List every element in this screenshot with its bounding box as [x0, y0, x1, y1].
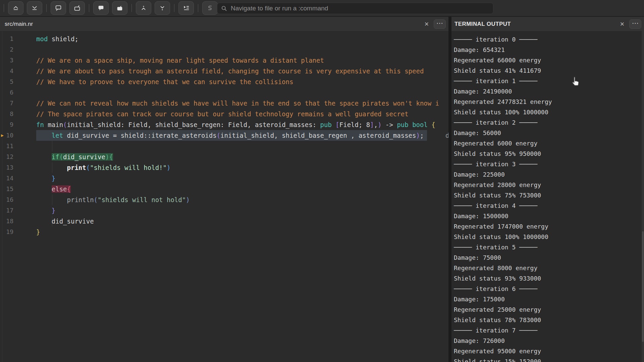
code-text: let did_survive = shield::iterate_astero… [36, 130, 427, 141]
comment-outline-button[interactable] [51, 1, 66, 15]
code-token: ( [94, 196, 98, 203]
line-number[interactable]: 18 [0, 216, 13, 227]
code-token: // We can not reveal how much shields we… [36, 100, 439, 107]
comment-filled-icon [97, 4, 105, 12]
code-line[interactable]: 1mod shield; [0, 34, 448, 44]
code-line[interactable]: 11 [0, 141, 448, 152]
code-line[interactable]: 5// We have to proove to everyone that w… [0, 76, 448, 87]
code-text: println("shields will not hold") [36, 194, 190, 205]
chevron-down-dot-button[interactable] [155, 1, 170, 15]
code-line[interactable]: 9fn main(initial_shield: Field, shield_b… [0, 119, 448, 130]
code-token: shield; [48, 35, 78, 43]
terminal-line: Shield status 95% 950000 [454, 148, 644, 159]
line-number[interactable]: 3 [0, 55, 13, 66]
code-token: print [67, 164, 86, 171]
code-line[interactable]: 6 [0, 87, 448, 98]
line-number[interactable]: 1 [0, 34, 13, 44]
code-token: // We are about to pass trough an astero… [36, 67, 424, 75]
code-line[interactable]: 17 } [0, 205, 448, 216]
line-number[interactable]: 19 [0, 227, 13, 237]
code-token: println [67, 196, 94, 203]
dot-chevron-up-button[interactable] [136, 1, 151, 15]
line-number[interactable]: 13 [0, 162, 13, 173]
chevron-down-dot-icon [159, 4, 166, 12]
command-palette[interactable] [217, 3, 493, 14]
editor-close-button[interactable]: × [422, 17, 432, 32]
line-number[interactable]: 17 [0, 205, 13, 216]
code-line[interactable]: 19} [0, 227, 448, 237]
chevron-down-underline-button[interactable] [27, 1, 42, 15]
code-line[interactable]: 2 [0, 44, 448, 55]
line-number[interactable]: 4 [0, 66, 13, 76]
editor-tab-bar: src/main.nr × ⋯ [0, 17, 448, 32]
terminal-more-button[interactable]: ⋯ [629, 19, 641, 29]
squiggle-button[interactable] [202, 1, 218, 15]
terminal-iteration-divider: ───── iteration 4 ───── [454, 200, 644, 211]
comment-outline-flipped-icon [73, 4, 81, 12]
terminal-title: TERMINAL OUTPUT [451, 21, 511, 27]
line-number[interactable]: 6 [0, 87, 13, 98]
terminal-line: Regenerated 6000 energy [454, 138, 644, 148]
terminal-scrollbar[interactable] [642, 17, 644, 362]
line-number[interactable]: 11 [0, 141, 13, 152]
code-token: ; [420, 132, 424, 139]
line-number[interactable]: 8 [0, 109, 13, 119]
terminal-line: Shield status 93% 933000 [454, 273, 644, 284]
line-number[interactable]: 7 [0, 98, 13, 109]
code-token [36, 196, 67, 203]
code-line[interactable]: 12 if(did_survive){ [0, 152, 448, 162]
run-to-line-button[interactable] [178, 1, 194, 15]
code-text: // We have to proove to everyone that we… [36, 76, 293, 87]
line-number[interactable]: 9 [0, 119, 13, 130]
line-number[interactable]: 14 [0, 173, 13, 184]
code-text: // We are on a space ship, moving near l… [36, 55, 324, 66]
comment-outline-flipped-button[interactable] [69, 1, 85, 15]
toolbar-buttons [1, 1, 224, 15]
line-number[interactable]: 2 [0, 44, 13, 55]
editor-more-button[interactable]: ⋯ [434, 19, 446, 29]
code-text: if(did_survive){ [36, 152, 113, 162]
code-line[interactable]: 14 } [0, 173, 448, 184]
code-text: did_survive [36, 216, 94, 227]
code-line[interactable]: 10▶ let did_survive = shield::iterate_as… [0, 130, 448, 141]
code-token: -> [382, 121, 397, 128]
code-line[interactable]: 18 did_survive [0, 216, 448, 227]
editor-tab-title[interactable]: src/main.nr [0, 21, 33, 27]
terminal-line: Damage: 175000 [454, 294, 644, 304]
code-line[interactable]: 8// The space pirates can track our cour… [0, 109, 448, 119]
terminal-iteration-divider: ───── iteration 5 ───── [454, 242, 644, 252]
terminal-line: Damage: 24190000 [454, 86, 644, 97]
comment-filled-button[interactable] [93, 1, 109, 15]
run-to-line-icon [182, 4, 190, 12]
line-number[interactable]: 16 [0, 194, 13, 205]
terminal-line: Regenerated 66000 energy [454, 55, 644, 65]
chevron-up-underline-button[interactable] [8, 1, 23, 15]
terminal-output-area[interactable]: ───── iteration 0 ─────Damage: 654321Reg… [451, 32, 644, 362]
line-number[interactable]: 15 [0, 184, 13, 194]
code-token: [ [335, 121, 339, 128]
line-number[interactable]: 5 [0, 76, 13, 87]
toolbar-divider [89, 4, 89, 12]
terminal-scrollbar-thumb[interactable] [642, 231, 644, 342]
code-text: print("shields will hold!") [36, 162, 170, 173]
top-toolbar [0, 0, 644, 17]
indent-guide [52, 141, 52, 152]
current-line-arrow-icon: ▶ [1, 130, 4, 141]
code-line[interactable]: 7// We can not reveal how much shields w… [0, 98, 448, 109]
code-token: ( [217, 132, 220, 139]
code-line[interactable]: 3// We are on a space ship, moving near … [0, 55, 448, 66]
code-token: did_survive [36, 218, 94, 225]
terminal-line: Damage: 726000 [454, 336, 644, 346]
comment-filled-flipped-button[interactable] [112, 1, 127, 15]
line-number[interactable]: 12 [0, 152, 13, 162]
code-token: else [52, 185, 67, 193]
code-token: ) [186, 196, 190, 203]
terminal-close-button[interactable]: × [617, 17, 627, 32]
code-line[interactable]: 16 println("shields will not hold") [0, 194, 448, 205]
code-line[interactable]: 13 print("shields will hold!") [0, 162, 448, 173]
code-area[interactable]: 1mod shield;23// We are on a space ship,… [0, 32, 448, 362]
code-line[interactable]: 4// We are about to pass trough an aster… [0, 66, 448, 76]
terminal-line: Regenerated 8000 energy [454, 263, 644, 273]
code-line[interactable]: 15 else{ [0, 184, 448, 194]
command-input[interactable] [230, 4, 490, 12]
